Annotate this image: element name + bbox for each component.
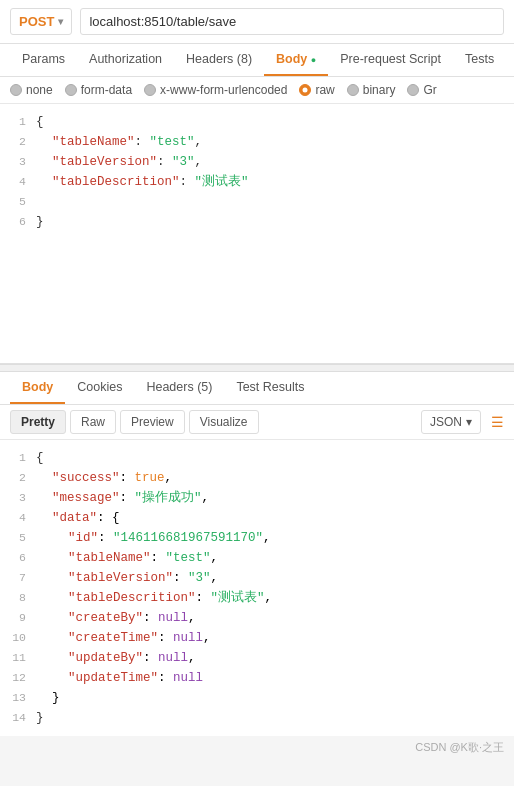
resp-line-4: 4 "data": { [0, 508, 514, 528]
watermark: CSDN @K歌·之王 [0, 736, 514, 759]
tab-authorization[interactable]: Authorization [77, 44, 174, 76]
body-type-row: none form-data x-www-form-urlencoded raw… [0, 77, 514, 104]
json-chevron-icon: ▾ [466, 415, 472, 429]
radio-raw[interactable]: raw [299, 83, 334, 97]
resp-line-7: 7 "tableVersion": "3", [0, 568, 514, 588]
radio-none[interactable]: none [10, 83, 53, 97]
response-tabs: Body Cookies Headers (5) Test Results [0, 372, 514, 405]
radio-urlencoded-dot [144, 84, 156, 96]
json-select-label: JSON [430, 415, 462, 429]
resp-line-1: 1 { [0, 448, 514, 468]
radio-urlencoded-label: x-www-form-urlencoded [160, 83, 287, 97]
req-line-1: 1 { [0, 112, 514, 132]
tab-body[interactable]: Body ● [264, 44, 328, 76]
format-raw[interactable]: Raw [70, 410, 116, 434]
resp-line-13: 13 } [0, 688, 514, 708]
tab-params[interactable]: Params [10, 44, 77, 76]
radio-graphql-label: Gr [423, 83, 436, 97]
resp-line-8: 8 "tableDescrition": "测试表", [0, 588, 514, 608]
tab-headers[interactable]: Headers (8) [174, 44, 264, 76]
req-line-4: 4 "tableDescrition": "测试表" [0, 172, 514, 192]
response-code-editor: 1 { 2 "success": true, 3 "message": "操作成… [0, 440, 514, 736]
format-preview[interactable]: Preview [120, 410, 185, 434]
resp-line-2: 2 "success": true, [0, 468, 514, 488]
radio-raw-label: raw [315, 83, 334, 97]
filter-icon[interactable]: ☰ [491, 414, 504, 430]
radio-graphql[interactable]: Gr [407, 83, 436, 97]
resp-line-3: 3 "message": "操作成功", [0, 488, 514, 508]
section-separator [0, 364, 514, 372]
method-label: POST [19, 14, 54, 29]
tab-tests[interactable]: Tests [453, 44, 506, 76]
resp-line-10: 10 "createTime": null, [0, 628, 514, 648]
resp-tab-body[interactable]: Body [10, 372, 65, 404]
radio-form-data[interactable]: form-data [65, 83, 132, 97]
request-tabs: Params Authorization Headers (8) Body ● … [0, 44, 514, 77]
resp-line-6: 6 "tableName": "test", [0, 548, 514, 568]
resp-tab-test-results[interactable]: Test Results [224, 372, 316, 404]
radio-binary-dot [347, 84, 359, 96]
resp-tab-cookies[interactable]: Cookies [65, 372, 134, 404]
req-line-3: 3 "tableVersion": "3", [0, 152, 514, 172]
radio-raw-dot [299, 84, 311, 96]
radio-form-data-dot [65, 84, 77, 96]
request-code-editor: 1 { 2 "tableName": "test", 3 "tableVersi… [0, 104, 514, 364]
resp-line-11: 11 "updateBy": null, [0, 648, 514, 668]
method-chevron-icon: ▾ [58, 16, 63, 27]
radio-form-data-label: form-data [81, 83, 132, 97]
resp-line-12: 12 "updateTime": null [0, 668, 514, 688]
req-line-2: 2 "tableName": "test", [0, 132, 514, 152]
radio-graphql-dot [407, 84, 419, 96]
radio-binary-label: binary [363, 83, 396, 97]
radio-binary[interactable]: binary [347, 83, 396, 97]
req-line-6: 6 } [0, 212, 514, 232]
format-row: Pretty Raw Preview Visualize JSON ▾ ☰ [0, 405, 514, 440]
radio-urlencoded[interactable]: x-www-form-urlencoded [144, 83, 287, 97]
format-pretty[interactable]: Pretty [10, 410, 66, 434]
url-bar: POST ▾ [0, 0, 514, 44]
resp-line-5: 5 "id": "146116681967591170", [0, 528, 514, 548]
method-select[interactable]: POST ▾ [10, 8, 72, 35]
req-line-5: 5 [0, 192, 514, 212]
json-select[interactable]: JSON ▾ [421, 410, 481, 434]
resp-line-9: 9 "createBy": null, [0, 608, 514, 628]
url-input[interactable] [80, 8, 504, 35]
format-visualize[interactable]: Visualize [189, 410, 259, 434]
radio-none-dot [10, 84, 22, 96]
resp-tab-headers[interactable]: Headers (5) [134, 372, 224, 404]
resp-line-14: 14 } [0, 708, 514, 728]
radio-none-label: none [26, 83, 53, 97]
tab-pre-request[interactable]: Pre-request Script [328, 44, 453, 76]
